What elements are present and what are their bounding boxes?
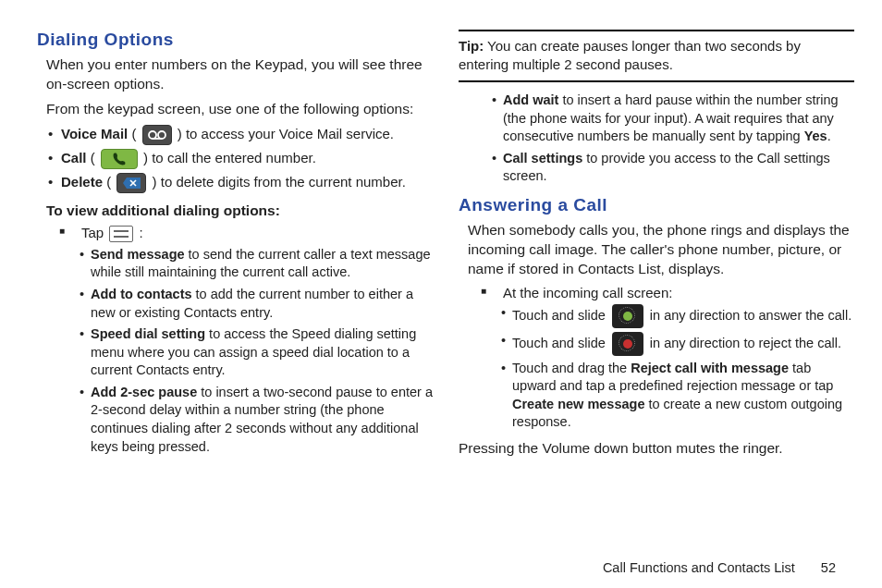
add-to-contacts-label: Add to contacts [91, 287, 192, 301]
call-icon [101, 149, 138, 169]
reject-after: in any direction to reject the call. [650, 335, 841, 349]
answer-before: Touch and slide [512, 307, 609, 322]
right-column: Tip: You can create pauses longer than t… [459, 30, 854, 579]
speed-dial-item: Speed dial setting to access the Speed d… [80, 325, 433, 380]
incoming-actions-list: Touch and slide in any direction to answ… [501, 304, 854, 432]
tip-text: You can create pauses longer than two se… [459, 38, 801, 72]
tap-colon: : [140, 225, 143, 240]
call-item: Call ( ) to call the entered number. [48, 149, 433, 169]
continued-options-list: Add wait to insert a hard pause within t… [492, 92, 854, 186]
tip-box: Tip: You can create pauses longer than t… [459, 30, 854, 82]
additional-options-list: Send message to send the current caller … [80, 246, 433, 456]
answer-after: in any direction to answer the call. [650, 307, 851, 322]
add-wait-label: Add wait [503, 92, 558, 107]
page-footer: Call Functions and Contacts List 52 [603, 560, 836, 575]
rwm-before: Touch and drag the [512, 361, 631, 375]
intro-paragraph-2: From the keypad screen, use one of the f… [46, 100, 433, 119]
call-settings-label: Call settings [503, 151, 582, 165]
reject-slide-icon [612, 332, 643, 356]
voicemail-icon [142, 125, 172, 145]
send-message-item: Send message to send the current caller … [80, 246, 433, 282]
tap-menu-item: Tap : [59, 225, 433, 242]
svg-point-1 [158, 131, 165, 139]
manual-page: Dialing Options When you enter numbers o… [0, 0, 882, 588]
svg-point-0 [149, 131, 156, 139]
left-column: Dialing Options When you enter numbers o… [37, 30, 433, 579]
dialing-options-heading: Dialing Options [37, 30, 433, 50]
delete-item: Delete ( ) to delete digits from the cur… [48, 173, 433, 193]
tap-text: Tap [81, 225, 107, 240]
add-pause-label: Add 2-sec pause [91, 385, 197, 399]
reject-before: Touch and slide [512, 335, 609, 349]
additional-options-heading: To view additional dialing options: [46, 202, 433, 219]
at-incoming-screen-text: At the incoming call screen: [503, 285, 672, 300]
answering-call-heading: Answering a Call [459, 195, 854, 215]
speed-dial-label: Speed dial setting [91, 326, 205, 341]
answer-slide-icon [612, 304, 643, 328]
send-message-label: Send message [91, 247, 185, 262]
at-incoming-screen-item: At the incoming call screen: [481, 285, 854, 300]
keypad-options-list: Voice Mail ( ) to access your Voice Mail… [48, 125, 433, 193]
reject-with-message-item: Touch and drag the Reject call with mess… [501, 360, 854, 432]
page-number: 52 [821, 560, 836, 575]
add-wait-item: Add wait to insert a hard pause within t… [492, 92, 854, 146]
voice-mail-label: Voice Mail [61, 126, 128, 141]
call-settings-item: Call settings to provide you access to t… [492, 150, 854, 186]
rwm-bold1: Reject call with message [631, 361, 789, 375]
delete-icon [116, 173, 146, 193]
reject-action-item: Touch and slide in any direction to reje… [501, 332, 854, 356]
call-label: Call [61, 150, 87, 165]
answering-intro: When somebody calls you, the phone rings… [468, 221, 854, 279]
chapter-title: Call Functions and Contacts List [603, 560, 795, 575]
add-pause-item: Add 2-sec pause to insert a two-second p… [80, 384, 433, 456]
closing-note: Pressing the Volume down button mutes th… [459, 439, 854, 459]
add-to-contacts-item: Add to contacts to add the current numbe… [80, 286, 433, 322]
voice-mail-desc: to access your Voice Mail service. [186, 126, 394, 141]
menu-icon [109, 226, 133, 242]
answer-action-item: Touch and slide in any direction to answ… [501, 304, 854, 328]
tip-label: Tip: [459, 38, 484, 54]
yes-label: Yes [804, 129, 827, 143]
rwm-bold2: Create new message [512, 397, 644, 411]
add-wait-desc-b: . [827, 129, 831, 143]
intro-paragraph-1: When you enter numbers on the Keypad, yo… [46, 55, 433, 94]
delete-desc: to delete digits from the current number… [161, 174, 406, 190]
delete-label: Delete [61, 174, 103, 190]
voice-mail-item: Voice Mail ( ) to access your Voice Mail… [48, 125, 433, 145]
call-desc: to call the entered number. [152, 150, 316, 165]
